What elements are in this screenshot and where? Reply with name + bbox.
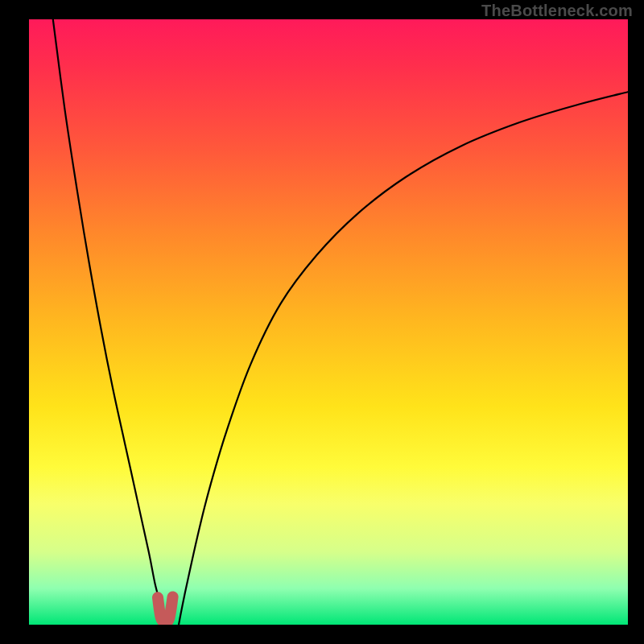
right-curve (179, 92, 628, 625)
plot-area (29, 19, 628, 625)
marker-curve (158, 597, 173, 621)
chart-svg (29, 19, 628, 625)
chart-frame: TheBottleneck.com (0, 0, 644, 644)
left-curve (53, 19, 164, 625)
watermark-text: TheBottleneck.com (481, 2, 633, 20)
